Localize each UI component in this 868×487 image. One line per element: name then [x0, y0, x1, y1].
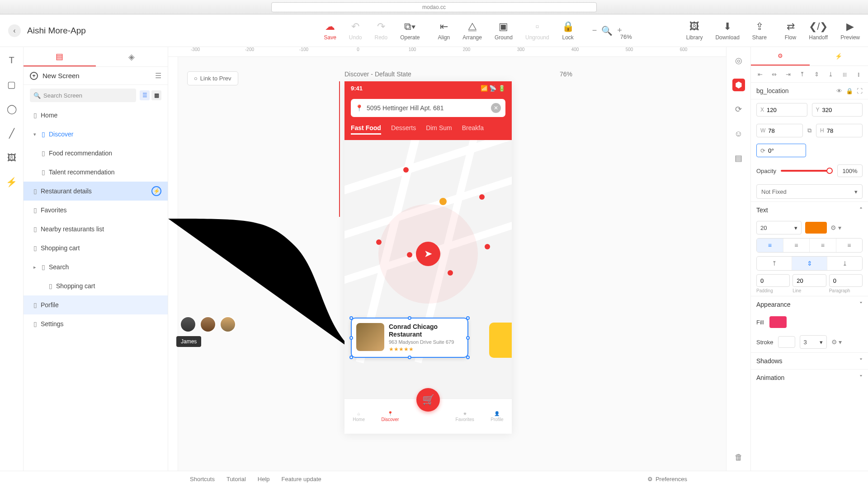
unground-button[interactable]: ▫Unground	[525, 21, 549, 41]
lock-icon[interactable]: 🔒	[846, 88, 853, 94]
arrange-button[interactable]: ⧋Arrange	[462, 21, 482, 41]
screen-item-restaurant-details[interactable]: ▯Restaurant details⚡	[24, 182, 168, 201]
y-input[interactable]: Y	[812, 103, 863, 117]
avatar[interactable]	[220, 316, 236, 332]
list-view-button[interactable]: ☰	[140, 90, 150, 100]
align-bottom-icon[interactable]: ⤓	[826, 70, 835, 79]
align-middle-icon[interactable]: ⇕	[812, 70, 821, 79]
distribute-v-icon[interactable]: ⫿	[854, 70, 863, 79]
text-section-head[interactable]: Text˄	[751, 201, 868, 218]
zoom-minus-icon[interactable]: −	[592, 26, 597, 35]
cube-icon[interactable]: ⬢	[732, 79, 745, 91]
inspector-tab-props[interactable]: ⚙	[751, 47, 810, 66]
screens-tab[interactable]: ▤	[24, 47, 96, 66]
h-input[interactable]: H	[816, 124, 863, 137]
flow-button[interactable]: ⇄Flow	[785, 21, 796, 41]
fill-color-swatch[interactable]	[769, 316, 787, 328]
rotation-input[interactable]: ⟳	[756, 144, 806, 157]
restaurant-card-peek[interactable]	[489, 323, 512, 358]
tab-breakfast[interactable]: Breakfa	[462, 124, 484, 135]
preferences-link[interactable]: ⚙Preferences	[647, 476, 687, 482]
text-color-swatch[interactable]	[805, 222, 827, 234]
guide-line[interactable]	[339, 81, 340, 217]
screen-item-talent-rec[interactable]: ▯Talent recommendation	[24, 163, 168, 182]
preview-button[interactable]: ▶Preview	[840, 21, 860, 41]
redo-button[interactable]: ↷Redo	[375, 21, 388, 41]
screen-item-search[interactable]: ▸▯Search	[24, 258, 168, 276]
screen-item-profile[interactable]: ▯Porfile	[24, 295, 168, 314]
search-screen-input[interactable]: 🔍 Search Screen	[30, 89, 136, 102]
emoji-icon[interactable]: ☺	[732, 127, 745, 140]
screen-item-home[interactable]: ▯Home	[24, 106, 168, 125]
screen-item-settings[interactable]: ▯Settings	[24, 314, 168, 333]
tab-fastfood[interactable]: Fast Food	[351, 124, 381, 135]
map-pin[interactable]	[485, 244, 490, 249]
tab-dimsum[interactable]: Dim Sum	[426, 124, 452, 135]
rect-tool[interactable]: ▢	[6, 79, 18, 90]
library-button[interactable]: 🖼Library	[686, 21, 703, 41]
back-button[interactable]: ‹	[8, 24, 21, 37]
align-left-button[interactable]: ≡	[757, 239, 783, 252]
align-center-button[interactable]: ≡	[783, 239, 810, 252]
help-link[interactable]: Help	[258, 476, 270, 482]
ground-button[interactable]: ▣Ground	[495, 21, 513, 41]
address-search-field[interactable]: 📍 5095 Hettinger Hill Apt. 681 ✕	[351, 99, 505, 117]
canvas[interactable]: -300-200-1000100200300400500600 ○Link to…	[168, 47, 726, 471]
appearance-section-head[interactable]: Appearance˅	[751, 296, 868, 313]
tutorial-link[interactable]: Tutorial	[226, 476, 246, 482]
map-pin-orange[interactable]	[439, 198, 447, 205]
avatar[interactable]	[180, 316, 196, 332]
line-input[interactable]	[793, 274, 826, 287]
expand-icon[interactable]: ⛶	[857, 88, 863, 94]
target-icon[interactable]: ◎	[732, 54, 745, 67]
align-top-icon[interactable]: ⤒	[798, 70, 807, 79]
handoff-button[interactable]: ❮/❯Handoff	[809, 21, 828, 41]
cart-fab[interactable]: 🛒	[416, 388, 440, 412]
paragraph-input[interactable]	[829, 274, 863, 287]
tab-discover[interactable]: 📍Discover	[382, 411, 399, 422]
map-pin[interactable]	[407, 252, 412, 258]
screen-item-cart[interactable]: ▯Shopping cart	[24, 239, 168, 258]
align-right-icon[interactable]: ⇥	[784, 70, 793, 79]
tab-home[interactable]: ⌂Home	[353, 411, 365, 422]
x-input[interactable]: X	[756, 103, 807, 117]
grid-icon[interactable]: ▤	[732, 152, 745, 164]
trash-icon[interactable]: 🗑	[732, 451, 745, 464]
zoom-control[interactable]: − 🔍 +	[592, 25, 622, 36]
screen-item-favorites[interactable]: ▯Favorites	[24, 201, 168, 220]
fixed-select[interactable]: Not Fixed▾	[756, 184, 863, 199]
url-box[interactable]: modao.cc	[271, 2, 597, 12]
align-button[interactable]: ⇤Align	[438, 21, 450, 41]
operate-button[interactable]: ⧉▾Operate	[400, 21, 420, 41]
stroke-color-swatch[interactable]	[778, 336, 795, 348]
device-frame[interactable]: 9:41 📶 📡 🔋 📍 5095 Hettinger Hill Apt. 68…	[344, 81, 512, 434]
align-bottom-button[interactable]: ⤓	[827, 257, 862, 270]
new-screen-row[interactable]: + New Screen ☰	[24, 67, 168, 85]
align-middle-button[interactable]: ⇕	[792, 257, 827, 270]
padding-input[interactable]	[756, 274, 790, 287]
avatar[interactable]	[200, 316, 216, 332]
download-button[interactable]: ⬇Download	[715, 21, 739, 41]
grid-view-button[interactable]: ▦	[151, 90, 161, 100]
lock-button[interactable]: 🔒Lock	[562, 21, 574, 41]
w-input[interactable]: W	[756, 124, 803, 137]
gear-icon[interactable]: ⚙ ▾	[831, 338, 842, 346]
locate-button[interactable]: ➤	[416, 242, 440, 266]
screen-item-cart-2[interactable]: ▯Shopping cart	[24, 276, 168, 295]
shortcuts-link[interactable]: Shortcuts	[190, 476, 215, 482]
align-top-button[interactable]: ⤒	[757, 257, 792, 270]
map-pin[interactable]	[403, 167, 409, 173]
restaurant-card-selected[interactable]: Conrad Chicago Restaurant 963 Madyson Dr…	[351, 318, 468, 358]
opacity-value[interactable]: 100%	[837, 164, 863, 177]
align-right-button[interactable]: ≡	[810, 239, 836, 252]
align-center-icon[interactable]: ⇔	[769, 70, 778, 79]
feature-update-link[interactable]: Feature update	[282, 476, 321, 482]
animation-section-head[interactable]: Animation˅	[751, 369, 868, 386]
opacity-slider[interactable]	[781, 170, 833, 172]
oval-tool[interactable]: ◯	[6, 103, 18, 115]
link-to-prev-button[interactable]: ○Link to Prev	[187, 71, 238, 85]
inspector-tab-interact[interactable]: ⚡	[810, 47, 868, 66]
shadows-section-head[interactable]: Shadows˅	[751, 352, 868, 369]
clear-icon[interactable]: ✕	[491, 103, 501, 113]
map-pin[interactable]	[448, 270, 453, 276]
